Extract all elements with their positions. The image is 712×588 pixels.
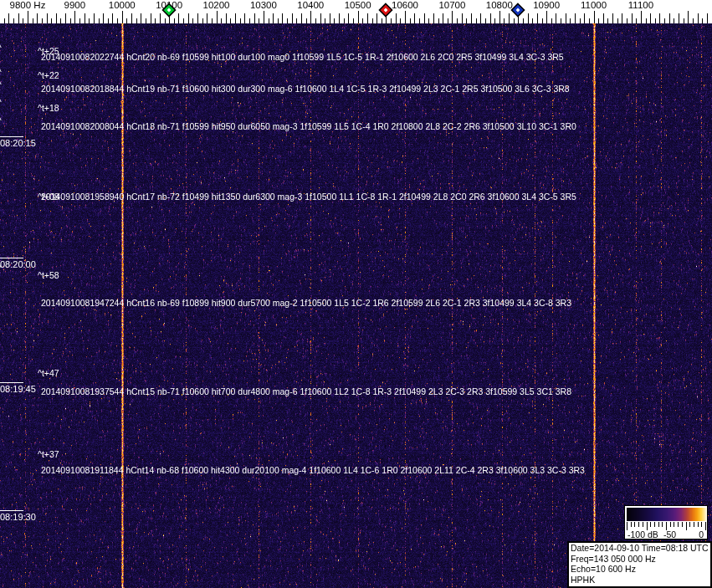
frequency-scale-label: 11100 bbox=[628, 0, 653, 10]
event-time-marker: ^t+47 bbox=[38, 368, 59, 378]
time-label-text: 08:19:30 bbox=[0, 511, 36, 522]
event-data-line: 20140910082008044 hCnt18 nb-71 f10599 hi… bbox=[41, 121, 576, 131]
event-data-line: 20140910081947244 hCnt16 nb-69 f10899 hi… bbox=[41, 298, 571, 308]
event-time-marker: ^t+22 bbox=[38, 70, 59, 80]
time-label: 08:19:45 bbox=[0, 382, 36, 394]
edge-caret-mark: ^ bbox=[0, 46, 2, 51]
marker-diamond-blue[interactable] bbox=[510, 3, 525, 18]
time-label-text: 08:20:15 bbox=[0, 137, 36, 148]
db-color-scale: -100 dB -50 0 bbox=[624, 505, 708, 539]
edge-caret-mark: ^ bbox=[0, 83, 2, 88]
time-label-text: 08:19:45 bbox=[0, 383, 36, 394]
time-label-text: 08:20:00 bbox=[0, 258, 36, 269]
time-label: 08:19:30 bbox=[0, 510, 36, 522]
hphk-spectrogram-window: 9800 Hz990010000101001020010300104001050… bbox=[0, 0, 712, 588]
info-date-time: Date=2014-09-10 Time=08:18 UTC bbox=[571, 543, 709, 554]
frequency-scale-label: 10500 bbox=[345, 0, 371, 10]
frequency-scale-label: 10700 bbox=[438, 0, 465, 10]
info-station-id: HPHK bbox=[571, 575, 709, 585]
db-scale-label-mid: -50 bbox=[663, 529, 676, 539]
event-time-marker: ^t+37 bbox=[38, 449, 59, 459]
info-frequency: Freq=143 050 000 Hz bbox=[571, 554, 709, 565]
event-data-line: 20140910082018844 hCnt19 nb-71 f10600 hi… bbox=[41, 84, 570, 94]
event-data-line: 20140910081937544 hCnt15 nb-71 f10600 hi… bbox=[41, 386, 571, 396]
frequency-scale-label: 10200 bbox=[203, 0, 230, 10]
frequency-scale-label: 10800 bbox=[486, 0, 513, 10]
frequency-scale-label: 11000 bbox=[581, 0, 607, 10]
frequency-scale-label: 9800 Hz bbox=[10, 0, 46, 10]
event-time-marker: ^t+18 bbox=[38, 103, 59, 113]
event-data-line: 20140910082022744 hCnt20 nb-69 f10599 hi… bbox=[41, 52, 564, 62]
edge-caret-mark: ^ bbox=[0, 119, 2, 124]
frequency-scale-label: 10300 bbox=[250, 0, 277, 10]
event-time-marker: ^t+58 bbox=[38, 270, 59, 280]
marker-diamond-red[interactable] bbox=[378, 3, 393, 18]
frequency-scale: 9800 Hz990010000101001020010300104001050… bbox=[0, 0, 712, 23]
frequency-scale-label: 10900 bbox=[533, 0, 560, 10]
frequency-scale-label: 10000 bbox=[109, 0, 136, 10]
time-label: 08:20:00 bbox=[0, 258, 36, 269]
event-data-line: 20140910081911844 hCnt14 nb-68 f10600 hi… bbox=[41, 465, 585, 475]
db-scale-label-min: -100 dB bbox=[627, 529, 658, 539]
event-data-line: 20140910081958940 hCnt17 nb-72 f10499 hi… bbox=[41, 192, 576, 202]
edge-caret-mark: ^ bbox=[0, 266, 2, 271]
edge-caret-mark: ^ bbox=[0, 100, 2, 105]
db-gradient-bar bbox=[627, 508, 707, 521]
frequency-scale-label: 10400 bbox=[297, 0, 324, 10]
edge-caret-mark: ^ bbox=[0, 70, 2, 75]
time-label: 08:20:15 bbox=[0, 136, 36, 148]
marker-diamond-green[interactable] bbox=[161, 3, 177, 18]
info-echo: Echo=10 600 Hz bbox=[571, 564, 709, 575]
frequency-scale-label: 9900 bbox=[64, 0, 86, 10]
info-box: Date=2014-09-10 Time=08:18 UTC Freq=143 … bbox=[567, 541, 712, 588]
frequency-scale-label: 10600 bbox=[392, 0, 418, 10]
db-scale-label-max: 0 bbox=[699, 529, 704, 539]
